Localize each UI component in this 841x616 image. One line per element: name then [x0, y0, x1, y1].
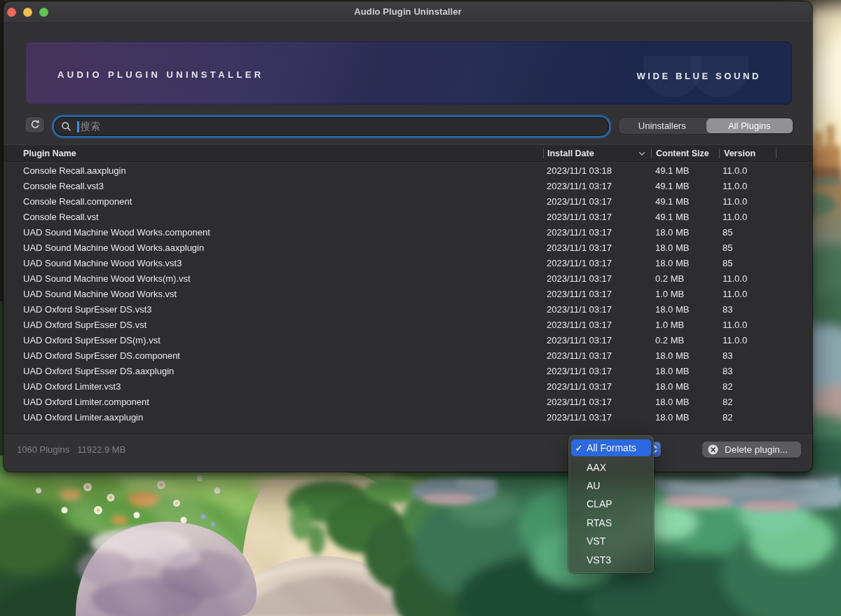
search-icon	[61, 121, 71, 132]
install-date-cell: 2023/11/1 03:17	[547, 302, 612, 317]
format-menu-item[interactable]: ✓ AAX	[571, 458, 651, 476]
window-title: Audio Plugin Uninstaller	[4, 1, 812, 22]
version-cell: 11.0.0	[723, 194, 747, 210]
table-row[interactable]: UAD Oxford Limiter.component 2023/11/1 0…	[4, 395, 812, 410]
delete-plugin-button[interactable]: Delete plugin...	[702, 442, 801, 458]
format-menu-item[interactable]: ✓ VST	[571, 532, 651, 550]
menu-item-label: VST3	[587, 554, 611, 566]
refresh-button[interactable]	[25, 117, 44, 132]
version-cell: 11.0.0	[723, 333, 747, 348]
content-size-cell: 18.0 MB	[655, 348, 689, 364]
install-date-cell: 2023/11/1 03:17	[547, 410, 612, 425]
install-date-cell: 2023/11/1 03:17	[547, 333, 612, 348]
tab-all-plugins[interactable]: All Plugins	[706, 118, 793, 133]
install-date-cell: 2023/11/1 03:17	[547, 271, 612, 287]
table-row[interactable]: UAD Sound Machine Wood Works.component 2…	[4, 225, 812, 240]
install-date-cell: 2023/11/1 03:17	[547, 379, 612, 395]
version-cell: 11.0.0	[723, 210, 747, 225]
version-cell: 83	[723, 364, 732, 379]
table-row[interactable]: UAD Oxford Limiter.aaxplugin 2023/11/1 0…	[4, 410, 812, 425]
column-separator	[651, 149, 652, 158]
column-separator	[543, 149, 544, 158]
plugin-name-cell: UAD Oxford SuprEsser DS.aaxplugin	[23, 364, 174, 379]
plugin-name-cell: UAD Oxford Limiter.aaxplugin	[23, 410, 143, 425]
plugin-name-cell: UAD Oxford Limiter.vst3	[23, 379, 121, 395]
plugin-name-cell: Console Recall.component	[23, 194, 132, 210]
install-date-cell: 2023/11/1 03:17	[547, 317, 612, 333]
menu-item-label: VST	[587, 535, 606, 547]
tab-uninstallers[interactable]: Uninstallers	[619, 118, 706, 134]
content-size-cell: 0.2 MB	[655, 333, 684, 348]
content-size-cell: 18.0 MB	[655, 364, 689, 379]
format-menu-item[interactable]: ✓ VST3	[571, 550, 651, 568]
format-menu-item[interactable]: ✓ RTAS	[571, 514, 651, 532]
table-row[interactable]: Console Recall.aaxplugin 2023/11/1 03:18…	[4, 163, 812, 179]
content-size-cell: 18.0 MB	[655, 256, 689, 271]
table-row[interactable]: UAD Sound Machine Wood Works(m).vst 2023…	[4, 271, 812, 287]
table-row[interactable]: UAD Sound Machine Wood Works.vst3 2023/1…	[4, 256, 812, 271]
table-row[interactable]: UAD Oxford SuprEsser DS.vst3 2023/11/1 0…	[4, 302, 812, 317]
content-size-cell: 18.0 MB	[655, 379, 689, 395]
view-segmented-control: Uninstallers All Plugins	[619, 118, 793, 134]
install-date-cell: 2023/11/1 03:17	[547, 240, 612, 256]
content-size-cell: 1.0 MB	[655, 317, 684, 333]
banner-app-title: AUDIO PLUGIN UNINSTALLER	[57, 69, 264, 80]
plugin-name-cell: Console Recall.vst3	[23, 179, 104, 194]
version-cell: 83	[723, 348, 732, 364]
table-row[interactable]: UAD Oxford Limiter.vst3 2023/11/1 03:17 …	[4, 379, 812, 395]
plugin-name-cell: UAD Sound Machine Wood Works.aaxplugin	[23, 240, 204, 256]
content-size-cell: 49.1 MB	[655, 194, 689, 210]
menu-item-label: AU	[587, 480, 600, 491]
table-header: Plugin Name Install Date Content Size Ve…	[4, 144, 812, 162]
column-header-content-size[interactable]: Content Size	[656, 145, 709, 162]
column-separator	[776, 149, 777, 158]
format-menu-item[interactable]: ✓ CLAP	[571, 495, 651, 513]
install-date-cell: 2023/11/1 03:17	[547, 179, 612, 194]
table-row[interactable]: UAD Oxford SuprEsser DS.vst 2023/11/1 03…	[4, 317, 812, 333]
plugin-name-cell: UAD Oxford SuprEsser DS(m).vst	[23, 333, 160, 348]
version-cell: 11.0.0	[723, 179, 747, 194]
table-row[interactable]: UAD Oxford SuprEsser DS(m).vst 2023/11/1…	[4, 333, 812, 348]
column-separator	[719, 149, 720, 158]
plugin-name-cell: UAD Sound Machine Wood Works.vst	[23, 287, 177, 302]
plugin-name-cell: UAD Sound Machine Wood Works.vst3	[23, 256, 182, 271]
plugin-name-cell: Console Recall.aaxplugin	[23, 163, 126, 179]
search-placeholder: 搜索	[81, 121, 100, 133]
content-size-cell: 18.0 MB	[655, 240, 689, 256]
total-size: 11922.9 MB	[77, 444, 125, 455]
titlebar[interactable]: Audio Plugin Uninstaller	[4, 1, 812, 23]
column-header-install-date[interactable]: Install Date	[547, 145, 594, 162]
table-row[interactable]: Console Recall.vst3 2023/11/1 03:17 49.1…	[4, 179, 812, 194]
format-menu-item[interactable]: ✓ All Formats	[571, 439, 651, 456]
footer-bar: 1060 Plugins11922.9 MB All Formats Delet…	[4, 433, 812, 472]
table-row[interactable]: UAD Oxford SuprEsser DS.aaxplugin 2023/1…	[4, 364, 812, 379]
install-date-cell: 2023/11/1 03:17	[547, 210, 612, 225]
table-row[interactable]: Console Recall.component 2023/11/1 03:17…	[4, 194, 812, 210]
format-menu-item[interactable]: ✓ AU	[571, 477, 651, 495]
version-cell: 11.0.0	[723, 163, 747, 179]
plugin-name-cell: UAD Oxford SuprEsser DS.component	[23, 348, 180, 364]
desktop: Audio Plugin Uninstaller AUDIO PLUGIN UN…	[0, 0, 841, 616]
column-header-plugin-name[interactable]: Plugin Name	[23, 145, 76, 162]
install-date-cell: 2023/11/1 03:17	[547, 256, 612, 271]
table-row[interactable]: UAD Sound Machine Wood Works.vst 2023/11…	[4, 287, 812, 302]
install-date-cell: 2023/11/1 03:17	[547, 395, 612, 410]
search-input[interactable]: 搜索	[55, 118, 608, 135]
plugin-count: 1060 Plugins	[17, 444, 69, 455]
version-cell: 82	[723, 395, 732, 410]
install-date-cell: 2023/11/1 03:17	[547, 348, 612, 364]
table-row[interactable]: UAD Oxford SuprEsser DS.component 2023/1…	[4, 348, 812, 364]
install-date-cell: 2023/11/1 03:17	[547, 225, 612, 240]
column-header-version[interactable]: Version	[724, 145, 755, 162]
table-row[interactable]: Console Recall.vst 2023/11/1 03:17 49.1 …	[4, 210, 812, 225]
version-cell: 11.0.0	[723, 271, 747, 287]
menu-item-label: CLAP	[587, 498, 613, 509]
checkmark-icon: ✓	[571, 443, 587, 453]
version-cell: 82	[723, 410, 732, 425]
plugin-name-cell: UAD Sound Machine Wood Works.component	[23, 225, 210, 240]
plugin-name-cell: UAD Oxford Limiter.component	[23, 395, 149, 410]
table-row[interactable]: UAD Sound Machine Wood Works.aaxplugin 2…	[4, 240, 812, 256]
plugin-name-cell: UAD Oxford SuprEsser DS.vst3	[23, 302, 152, 317]
delete-plugin-label: Delete plugin...	[725, 444, 788, 455]
content-size-cell: 49.1 MB	[655, 163, 689, 179]
